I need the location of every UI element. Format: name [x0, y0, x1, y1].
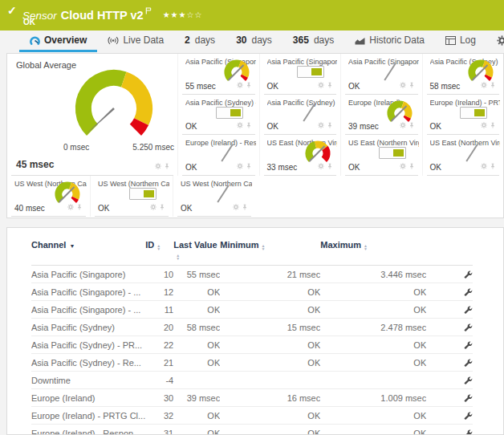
- tile-action-icons[interactable]: [237, 158, 252, 173]
- tile-action-icons[interactable]: [318, 158, 333, 173]
- tile-action-icons[interactable]: [400, 158, 415, 173]
- pin-icon[interactable]: [159, 199, 165, 213]
- tab-prefix: 30: [236, 35, 246, 46]
- priority-stars[interactable]: ★★★☆☆: [163, 10, 203, 19]
- tile-action-icons[interactable]: [400, 77, 415, 91]
- gauge-tile-12[interactable]: US East (Northern Virginia) - ...OK: [422, 135, 504, 176]
- column-header-channel[interactable]: Channel▼: [31, 233, 145, 266]
- gauge-tile-global-average[interactable]: Global Average 0 msec 5.250 msec 45 msec: [7, 54, 177, 176]
- cell-channel[interactable]: Asia Pacific (Sydney) - Re...: [31, 354, 145, 372]
- tab-365-days[interactable]: 365days: [282, 30, 344, 52]
- column-header-max[interactable]: Maximum▲▼: [320, 233, 426, 266]
- tile-action-icons[interactable]: [237, 77, 252, 91]
- pin-icon[interactable]: [242, 199, 248, 213]
- gear-icon[interactable]: [233, 199, 239, 213]
- tile-action-icons[interactable]: [233, 199, 248, 213]
- tile-action-icons[interactable]: [481, 158, 496, 173]
- tile-action-icons[interactable]: [481, 117, 496, 132]
- channel-settings-button[interactable]: [426, 354, 473, 372]
- gear-icon[interactable]: [318, 117, 324, 132]
- gear-icon[interactable]: [67, 199, 74, 213]
- pin-icon[interactable]: [327, 158, 333, 173]
- pin-icon[interactable]: [76, 199, 83, 213]
- gear-icon[interactable]: [481, 77, 487, 91]
- gear-icon[interactable]: [481, 117, 487, 132]
- pin-icon[interactable]: [408, 77, 415, 91]
- tile-action-icons[interactable]: [150, 199, 165, 213]
- channel-settings-button[interactable]: [426, 266, 473, 283]
- gear-icon[interactable]: [155, 158, 161, 173]
- pin-icon[interactable]: [327, 77, 333, 91]
- gear-icon[interactable]: [237, 158, 243, 173]
- gear-icon[interactable]: [481, 158, 487, 173]
- gauge-tile-5[interactable]: Asia Pacific (Sydney) - PRTG ...OK: [177, 95, 259, 136]
- gauge-tile-6[interactable]: Asia Pacific (Sydney) - Respo...OK: [259, 95, 341, 136]
- tab-2-days[interactable]: 2days: [174, 30, 226, 52]
- channel-settings-button[interactable]: [426, 372, 473, 389]
- gauge-tile-3[interactable]: Asia Pacific (Singapore) - Res...OK: [340, 54, 422, 95]
- cell-channel[interactable]: Asia Pacific (Sydney): [31, 319, 145, 336]
- pin-icon[interactable]: [246, 117, 252, 132]
- tile-action-icons[interactable]: [67, 199, 83, 213]
- cell-channel[interactable]: Europe (Ireland) - PRTG Cl...: [31, 407, 145, 425]
- tab-log[interactable]: Log: [435, 30, 486, 52]
- gauge-tile-15[interactable]: US West (Northern California)...OK: [173, 176, 255, 217]
- tab-overview[interactable]: Overview: [19, 30, 97, 52]
- pin-icon[interactable]: [490, 117, 496, 132]
- gauge-tile-9[interactable]: Europe (Ireland) - Response C...OK: [177, 135, 259, 176]
- channel-settings-button[interactable]: [426, 319, 473, 336]
- tile-action-icons[interactable]: [481, 77, 496, 91]
- flag-icon[interactable]: [145, 3, 152, 18]
- gear-icon[interactable]: [318, 158, 324, 173]
- cell-channel[interactable]: Asia Pacific (Sydney) - PR...: [31, 336, 145, 354]
- cell-channel[interactable]: Europe (Ireland) - Respon...: [31, 425, 145, 435]
- pin-icon[interactable]: [490, 158, 496, 173]
- cell-channel[interactable]: Asia Pacific (Singapore) - ...: [31, 283, 145, 301]
- cell-channel[interactable]: Europe (Ireland): [31, 389, 145, 407]
- gauge-tile-2[interactable]: Asia Pacific (Singapore) - PR...OK: [259, 54, 341, 95]
- channel-settings-button[interactable]: [426, 389, 473, 407]
- column-header-min[interactable]: Minimum▲▼: [220, 233, 320, 266]
- gear-icon[interactable]: [400, 117, 406, 132]
- gear-icon[interactable]: [237, 77, 243, 91]
- tile-action-icons[interactable]: [155, 158, 170, 173]
- channel-settings-button[interactable]: [426, 407, 473, 425]
- pin-icon[interactable]: [408, 117, 415, 132]
- tab-30-days[interactable]: 30days: [226, 30, 282, 52]
- pin-icon[interactable]: [327, 117, 333, 132]
- pin-icon[interactable]: [246, 158, 252, 173]
- gauge-tile-13[interactable]: US West (Northern California)40 msec: [7, 176, 90, 217]
- gear-icon[interactable]: [318, 77, 324, 91]
- gear-icon[interactable]: [150, 199, 156, 213]
- tile-action-icons[interactable]: [318, 117, 333, 132]
- tab-settings[interactable]: Settings: [486, 30, 504, 52]
- pin-icon[interactable]: [246, 77, 252, 91]
- channel-settings-button[interactable]: [426, 301, 473, 319]
- gauge-tile-7[interactable]: Europe (Ireland)39 msec: [340, 95, 422, 136]
- gear-icon[interactable]: [237, 117, 243, 132]
- channel-settings-button[interactable]: [426, 283, 473, 301]
- tab-live-data[interactable]: Live Data: [97, 30, 174, 52]
- pin-icon[interactable]: [164, 158, 170, 173]
- tile-action-icons[interactable]: [400, 117, 415, 132]
- channel-settings-button[interactable]: [426, 425, 473, 435]
- tab-historic-data[interactable]: Historic Data: [344, 30, 435, 52]
- tile-action-icons[interactable]: [237, 117, 252, 132]
- channel-settings-button[interactable]: [426, 336, 473, 354]
- cell-channel[interactable]: Downtime: [31, 372, 145, 389]
- gauge-tile-1[interactable]: Asia Pacific (Singapore)55 msec: [177, 54, 259, 95]
- gauge-tile-14[interactable]: US West (Northern California)...OK: [90, 176, 173, 217]
- cell-channel[interactable]: Asia Pacific (Singapore) - ...: [31, 301, 145, 319]
- column-header-id[interactable]: ID▲▼: [145, 233, 173, 266]
- gauge-tile-4[interactable]: Asia Pacific (Sydney)58 msec: [422, 54, 504, 95]
- column-header-last[interactable]: Last Value▲▼: [173, 233, 220, 266]
- cell-channel[interactable]: Asia Pacific (Singapore): [31, 266, 145, 283]
- tile-action-icons[interactable]: [318, 77, 333, 91]
- gear-icon[interactable]: [400, 158, 406, 173]
- gauge-tile-10[interactable]: US East (Northern Virginia)33 msec: [259, 135, 341, 176]
- gauge-tile-11[interactable]: US East (Northern Virginia) - ...OK: [340, 135, 422, 176]
- gear-icon[interactable]: [400, 77, 406, 91]
- pin-icon[interactable]: [408, 158, 415, 173]
- pin-icon[interactable]: [490, 77, 496, 91]
- gauge-tile-8[interactable]: Europe (Ireland) - PRTG Cloud...OK: [422, 95, 504, 136]
